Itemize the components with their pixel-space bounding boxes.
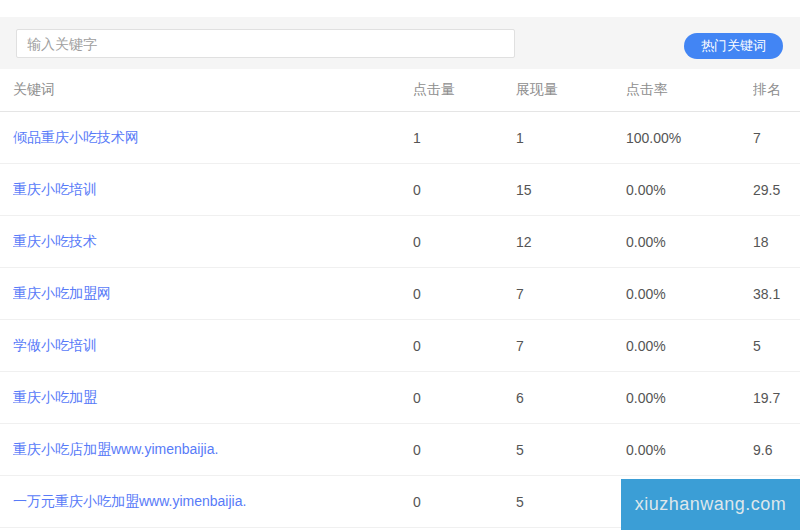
keyword-cell: 重庆小吃培训 xyxy=(13,181,413,199)
ctr-cell: 0.00% xyxy=(626,442,753,458)
table-row: 重庆小吃加盟 0 6 0.00% 19.7 xyxy=(0,372,800,424)
search-toolbar: 热门关键词 xyxy=(0,17,800,69)
clicks-cell: 0 xyxy=(413,182,516,198)
table-body: 倾品重庆小吃技术网 1 1 100.00% 7 重庆小吃培训 0 15 0.00… xyxy=(0,112,800,528)
impressions-cell: 7 xyxy=(516,338,626,354)
watermark-text: xiuzhanwang.com xyxy=(635,494,787,515)
rank-cell: 5 xyxy=(753,338,800,354)
column-header-keyword: 关键词 xyxy=(13,81,413,99)
column-header-rank: 排名 xyxy=(753,81,800,99)
table-header-row: 关键词 点击量 展现量 点击率 排名 xyxy=(0,69,800,112)
ctr-cell: 0.00% xyxy=(626,338,753,354)
table-row: 重庆小吃培训 0 15 0.00% 29.5 xyxy=(0,164,800,216)
keyword-cell: 重庆小吃店加盟www.yimenbaijia. xyxy=(13,441,413,459)
impressions-cell: 12 xyxy=(516,234,626,250)
column-header-ctr: 点击率 xyxy=(626,81,753,99)
clicks-cell: 0 xyxy=(413,390,516,406)
keywords-table: 关键词 点击量 展现量 点击率 排名 倾品重庆小吃技术网 1 1 100.00%… xyxy=(0,69,800,528)
table-row: 重庆小吃店加盟www.yimenbaijia. 0 5 0.00% 9.6 xyxy=(0,424,800,476)
impressions-cell: 15 xyxy=(516,182,626,198)
watermark: xiuzhanwang.com xyxy=(621,479,800,530)
clicks-cell: 0 xyxy=(413,442,516,458)
keyword-link[interactable]: 学做小吃培训 xyxy=(13,337,97,353)
impressions-cell: 5 xyxy=(516,494,626,510)
clicks-cell: 0 xyxy=(413,494,516,510)
ctr-cell: 100.00% xyxy=(626,130,753,146)
rank-cell: 29.5 xyxy=(753,182,800,198)
column-header-impressions: 展现量 xyxy=(516,81,626,99)
keyword-cell: 一万元重庆小吃加盟www.yimenbaijia. xyxy=(13,493,413,511)
keyword-link[interactable]: 重庆小吃店加盟www.yimenbaijia. xyxy=(13,441,218,457)
rank-cell: 18 xyxy=(753,234,800,250)
clicks-cell: 0 xyxy=(413,338,516,354)
rank-cell: 9.6 xyxy=(753,442,800,458)
keyword-cell: 倾品重庆小吃技术网 xyxy=(13,129,413,147)
column-header-clicks: 点击量 xyxy=(413,81,516,99)
ctr-cell: 0.00% xyxy=(626,286,753,302)
clicks-cell: 0 xyxy=(413,286,516,302)
keyword-cell: 重庆小吃加盟网 xyxy=(13,285,413,303)
table-row: 学做小吃培训 0 7 0.00% 5 xyxy=(0,320,800,372)
keyword-link[interactable]: 重庆小吃加盟 xyxy=(13,389,97,405)
impressions-cell: 5 xyxy=(516,442,626,458)
keyword-link[interactable]: 倾品重庆小吃技术网 xyxy=(13,129,139,145)
rank-cell: 38.1 xyxy=(753,286,800,302)
rank-cell: 7 xyxy=(753,130,800,146)
keyword-link[interactable]: 一万元重庆小吃加盟www.yimenbaijia. xyxy=(13,493,246,509)
search-input[interactable] xyxy=(16,29,515,58)
impressions-cell: 6 xyxy=(516,390,626,406)
ctr-cell: 0.00% xyxy=(626,234,753,250)
keyword-cell: 重庆小吃加盟 xyxy=(13,389,413,407)
keyword-cell: 学做小吃培训 xyxy=(13,337,413,355)
rank-cell: 19.7 xyxy=(753,390,800,406)
table-row: 重庆小吃技术 0 12 0.00% 18 xyxy=(0,216,800,268)
ctr-cell: 0.00% xyxy=(626,182,753,198)
keyword-link[interactable]: 重庆小吃加盟网 xyxy=(13,285,111,301)
impressions-cell: 7 xyxy=(516,286,626,302)
table-row: 倾品重庆小吃技术网 1 1 100.00% 7 xyxy=(0,112,800,164)
ctr-cell: 0.00% xyxy=(626,390,753,406)
table-row: 重庆小吃加盟网 0 7 0.00% 38.1 xyxy=(0,268,800,320)
impressions-cell: 1 xyxy=(516,130,626,146)
keyword-cell: 重庆小吃技术 xyxy=(13,233,413,251)
hot-keywords-button[interactable]: 热门关键词 xyxy=(684,33,783,59)
clicks-cell: 1 xyxy=(413,130,516,146)
keyword-link[interactable]: 重庆小吃技术 xyxy=(13,233,97,249)
clicks-cell: 0 xyxy=(413,234,516,250)
keyword-link[interactable]: 重庆小吃培训 xyxy=(13,181,97,197)
